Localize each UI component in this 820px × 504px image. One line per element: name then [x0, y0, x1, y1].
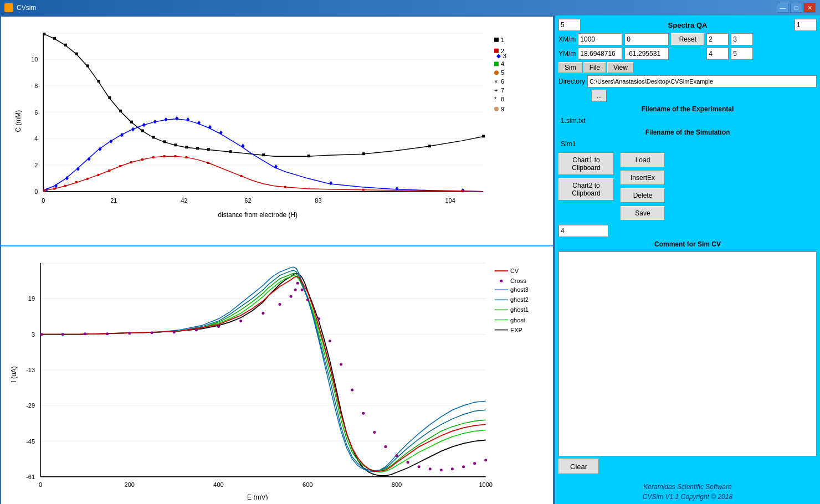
svg-rect-72	[97, 174, 99, 176]
ym-input1[interactable]	[578, 48, 622, 60]
svg-rect-86	[494, 38, 499, 42]
svg-rect-38	[207, 148, 210, 151]
svg-text:104: 104	[445, 197, 455, 204]
svg-rect-43	[428, 145, 431, 147]
svg-rect-70	[75, 181, 78, 183]
chart-top: 0 2 4 6 8 10 0 21 42 62 83 104 distance …	[1, 17, 553, 246]
delete-button[interactable]: Delete	[621, 188, 665, 203]
xm-input3[interactable]	[706, 33, 729, 45]
svg-point-149	[373, 431, 376, 434]
svg-text:*: *	[494, 96, 497, 102]
svg-text:3: 3	[32, 331, 35, 338]
svg-point-138	[279, 303, 281, 306]
svg-marker-56	[165, 117, 168, 122]
svg-text:-61: -61	[26, 474, 35, 480]
spectra-qa-input[interactable]	[795, 19, 817, 31]
svg-text:6: 6	[34, 109, 38, 116]
svg-rect-85	[461, 190, 463, 192]
svg-point-128	[62, 333, 64, 336]
svg-text:I (uA): I (uA)	[10, 366, 18, 382]
right-panel: Spectra QA XM/m Reset YM/m	[554, 16, 820, 504]
svg-text:ghost2: ghost2	[510, 296, 529, 303]
xm-input2[interactable]	[624, 33, 669, 45]
directory-input[interactable]	[587, 75, 817, 88]
svg-rect-34	[163, 140, 166, 143]
svg-point-141	[296, 282, 299, 285]
svg-rect-25	[64, 44, 67, 47]
svg-point-157	[462, 465, 465, 468]
spectra-qa-label: Spectra QA	[583, 21, 792, 29]
file-menu[interactable]: File	[583, 62, 606, 73]
spectra-number-input[interactable]	[558, 19, 581, 31]
ym-input4[interactable]	[731, 48, 753, 60]
xm-input4[interactable]	[731, 33, 753, 45]
comment-textarea[interactable]	[558, 251, 817, 456]
main-container: 0 2 4 6 8 10 0 21 42 62 83 104 distance …	[0, 16, 820, 504]
minimize-button[interactable]: —	[777, 3, 789, 13]
number-row	[558, 225, 817, 237]
load-button[interactable]: Load	[621, 153, 665, 167]
svg-text:9: 9	[501, 106, 504, 112]
svg-point-132	[150, 331, 153, 334]
svg-text:200: 200	[125, 481, 135, 488]
footer-line1: Keramidas Scientific Software	[558, 483, 817, 491]
svg-text:ghost3: ghost3	[510, 286, 529, 293]
xm-input1[interactable]	[578, 33, 622, 45]
svg-point-129	[84, 332, 86, 335]
chart1-svg: 0 2 4 6 8 10 0 21 42 62 83 104 distance …	[7, 22, 547, 239]
clear-button[interactable]: Clear	[558, 459, 599, 474]
svg-rect-44	[482, 135, 485, 137]
browse-row: ...	[592, 90, 817, 102]
svg-text:0: 0	[42, 197, 45, 204]
title-bar-controls: — □ ✕	[777, 3, 816, 13]
svg-text:EXP: EXP	[510, 327, 522, 333]
chart2-svg: -61 -45 -29 -13 3 19 0 200 400 600 800 1…	[7, 252, 547, 500]
action-buttons-row: Chart1 to Clipboard Chart2 to Clipboard …	[558, 151, 817, 223]
sim-filename-display: Sim1	[558, 140, 817, 148]
svg-text:distance from electrode (H): distance from electrode (H)	[218, 211, 298, 219]
chart1-clipboard-button[interactable]: Chart1 to Clipboard	[558, 153, 614, 175]
save-button[interactable]: Save	[621, 206, 665, 220]
view-menu[interactable]: View	[607, 62, 634, 73]
clipboard-buttons: Chart1 to Clipboard Chart2 to Clipboard	[558, 153, 614, 220]
svg-rect-80	[185, 156, 187, 158]
comment-label: Comment for Sim CV	[558, 239, 817, 249]
svg-text:+: +	[494, 87, 498, 94]
svg-rect-39	[229, 150, 232, 153]
svg-marker-52	[120, 132, 124, 137]
svg-rect-33	[152, 136, 155, 138]
ym-input3[interactable]	[706, 48, 729, 60]
reset-button[interactable]: Reset	[671, 33, 704, 45]
svg-text:1: 1	[501, 37, 504, 43]
svg-text:-29: -29	[26, 402, 35, 409]
exp-filename-label: Filename of the Experimental	[558, 104, 817, 114]
svg-rect-84	[362, 189, 365, 191]
svg-point-137	[262, 312, 264, 315]
svg-text:4: 4	[34, 135, 38, 142]
svg-point-136	[239, 320, 242, 322]
svg-rect-77	[152, 156, 155, 158]
sim-menu[interactable]: Sim	[558, 62, 582, 73]
svg-text:83: 83	[315, 197, 321, 204]
number-field[interactable]	[558, 225, 608, 237]
svg-text:4: 4	[501, 60, 504, 67]
ym-input2[interactable]	[624, 48, 669, 60]
ym-row: YM/m	[558, 48, 817, 60]
xm-row: XM/m Reset	[558, 33, 817, 45]
svg-text:Cross: Cross	[510, 277, 526, 284]
maximize-button[interactable]: □	[790, 3, 802, 13]
xm-label: XM/m	[558, 35, 576, 43]
svg-rect-23	[43, 33, 45, 35]
chart2-clipboard-button[interactable]: Chart2 to Clipboard	[558, 178, 614, 200]
svg-point-147	[351, 389, 353, 392]
browse-button[interactable]: ...	[592, 90, 607, 102]
svg-marker-55	[153, 120, 157, 124]
insertex-button[interactable]: InsertEx	[621, 171, 665, 185]
svg-rect-83	[284, 186, 286, 188]
svg-text:C (mM): C (mM)	[14, 110, 22, 132]
menu-bar: Sim File View	[558, 62, 817, 73]
svg-point-151	[395, 454, 398, 457]
close-button[interactable]: ✕	[803, 3, 816, 13]
svg-rect-28	[97, 80, 100, 83]
svg-text:8: 8	[34, 83, 38, 89]
